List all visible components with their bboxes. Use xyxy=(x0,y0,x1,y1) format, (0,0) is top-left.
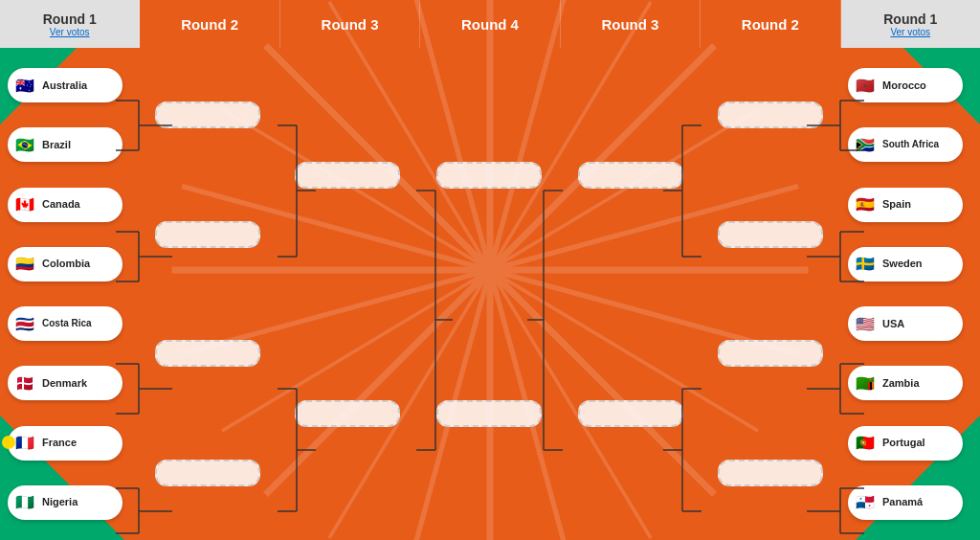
round3-left-column xyxy=(278,48,416,540)
header-round2-left: Round 2 xyxy=(140,0,279,48)
team-panama[interactable]: 🇵🇦 Panamá xyxy=(848,485,963,520)
r3-left-top xyxy=(295,79,400,271)
brazil-name: Brazil xyxy=(42,139,71,151)
r3-left-bottom xyxy=(295,318,400,509)
spain-name: Spain xyxy=(882,198,911,211)
header-round3-left: Round 3 xyxy=(280,0,420,48)
round2-left-column xyxy=(137,48,278,540)
usa-flag: 🇺🇸 xyxy=(854,312,877,335)
ver-votos-right[interactable]: Ver votos xyxy=(890,27,930,37)
zambia-flag: 🇿🇲 xyxy=(854,371,877,394)
r2-left-slot-3[interactable] xyxy=(155,340,260,367)
r2-left-slot-4[interactable] xyxy=(155,460,260,486)
france-flag: 🇫🇷 xyxy=(13,432,36,455)
round3-right-label: Round 3 xyxy=(601,16,658,33)
team-australia[interactable]: 🇦🇺 Australia xyxy=(8,68,122,102)
r3-right-bottom xyxy=(578,318,683,509)
spain-flag: 🇪🇸 xyxy=(854,193,877,216)
team-nigeria[interactable]: 🇳🇬 Nigeria xyxy=(8,485,122,520)
r2-right-slot-2[interactable] xyxy=(718,221,823,248)
round4-label: Round 4 xyxy=(461,16,519,33)
australia-name: Australia xyxy=(42,79,87,92)
r4-top xyxy=(436,89,542,261)
bracket-header: Round 1 Ver votos Round 2 Round 3 Round … xyxy=(0,0,980,48)
south-africa-name: South Africa xyxy=(882,139,939,150)
morocco-flag: 🇲🇦 xyxy=(854,74,877,97)
costa-rica-name: Costa Rica xyxy=(42,318,92,329)
team-south-africa[interactable]: 🇿🇦 South Africa xyxy=(848,127,963,162)
round1-left-label: Round 1 xyxy=(43,11,97,27)
round4-center-column xyxy=(416,48,561,540)
colombia-name: Colombia xyxy=(42,258,90,270)
zambia-name: Zambia xyxy=(882,377,920,390)
team-denmark[interactable]: 🇩🇰 Denmark xyxy=(8,366,122,400)
header-round1-left: Round 1 Ver votos xyxy=(0,0,140,48)
costa-rica-flag: 🇨🇷 xyxy=(13,312,36,335)
portugal-name: Portugal xyxy=(882,437,925,449)
team-france[interactable]: 🇫🇷 France xyxy=(8,426,122,461)
round3-left-label: Round 3 xyxy=(322,16,379,33)
brazil-flag: 🇧🇷 xyxy=(13,133,36,156)
header-round4: Round 4 xyxy=(420,0,560,48)
team-morocco[interactable]: 🇲🇦 Morocco xyxy=(848,68,963,102)
team-brazil[interactable]: 🇧🇷 Brazil xyxy=(8,127,122,162)
round3-right-column xyxy=(561,48,700,540)
round1-left-column: 🇦🇺 Australia 🇧🇷 Brazil 🇨🇦 Canada 🇨🇴 Colo… xyxy=(0,48,137,540)
team-colombia[interactable]: 🇨🇴 Colombia xyxy=(8,247,122,281)
r3-left-slot-2[interactable] xyxy=(295,400,400,427)
morocco-name: Morocco xyxy=(882,79,926,92)
portugal-flag: 🇵🇹 xyxy=(854,432,877,455)
r3-left-slot-1[interactable] xyxy=(295,162,400,189)
r2-right-slot-4[interactable] xyxy=(718,460,823,486)
round1-right-column: 🇲🇦 Morocco 🇿🇦 South Africa 🇪🇸 Spain 🇸🇪 S… xyxy=(840,48,980,540)
r2-right-slot-3[interactable] xyxy=(718,340,823,367)
r3-right-slot-2[interactable] xyxy=(578,400,683,427)
panama-name: Panamá xyxy=(882,496,923,508)
r3-right-top xyxy=(578,79,683,271)
colombia-flag: 🇨🇴 xyxy=(13,253,36,276)
yellow-dot xyxy=(2,436,15,449)
nigeria-name: Nigeria xyxy=(42,496,78,508)
team-portugal[interactable]: 🇵🇹 Portugal xyxy=(848,426,963,461)
sweden-flag: 🇸🇪 xyxy=(854,253,877,276)
header-round1-right: Round 1 Ver votos xyxy=(841,0,980,48)
r3-right-slot-1[interactable] xyxy=(578,162,683,189)
team-usa[interactable]: 🇺🇸 USA xyxy=(848,306,963,341)
round1-right-label: Round 1 xyxy=(883,11,937,27)
sweden-name: Sweden xyxy=(882,258,923,270)
canada-name: Canada xyxy=(42,198,80,211)
team-spain[interactable]: 🇪🇸 Spain xyxy=(848,188,963,222)
round2-left-label: Round 2 xyxy=(181,16,238,33)
r2-left-slot-2[interactable] xyxy=(155,221,260,248)
south-africa-flag: 🇿🇦 xyxy=(854,133,877,156)
nigeria-flag: 🇳🇬 xyxy=(13,491,36,514)
r2-left-slot-1[interactable] xyxy=(155,101,260,128)
denmark-flag: 🇩🇰 xyxy=(13,371,36,394)
r4-bottom xyxy=(436,327,542,500)
france-name: France xyxy=(42,437,77,449)
r4-slot-2[interactable] xyxy=(436,400,542,427)
denmark-name: Denmark xyxy=(42,377,87,390)
team-zambia[interactable]: 🇿🇲 Zambia xyxy=(848,366,963,400)
header-round2-right: Round 2 xyxy=(701,0,840,48)
canada-flag: 🇨🇦 xyxy=(13,193,36,216)
team-sweden[interactable]: 🇸🇪 Sweden xyxy=(848,247,963,281)
team-costa-rica[interactable]: 🇨🇷 Costa Rica xyxy=(8,306,122,341)
australia-flag: 🇦🇺 xyxy=(13,74,36,97)
panama-flag: 🇵🇦 xyxy=(854,491,877,514)
ver-votos-left[interactable]: Ver votos xyxy=(50,27,90,37)
round2-right-label: Round 2 xyxy=(742,16,799,33)
round2-right-column xyxy=(700,48,840,540)
team-canada[interactable]: 🇨🇦 Canada xyxy=(8,188,122,222)
r4-slot-1[interactable] xyxy=(436,162,542,189)
bracket-main: 🇦🇺 Australia 🇧🇷 Brazil 🇨🇦 Canada 🇨🇴 Colo… xyxy=(0,48,980,540)
header-round3-right: Round 3 xyxy=(561,0,701,48)
r2-right-slot-1[interactable] xyxy=(718,101,823,128)
usa-name: USA xyxy=(882,318,904,330)
